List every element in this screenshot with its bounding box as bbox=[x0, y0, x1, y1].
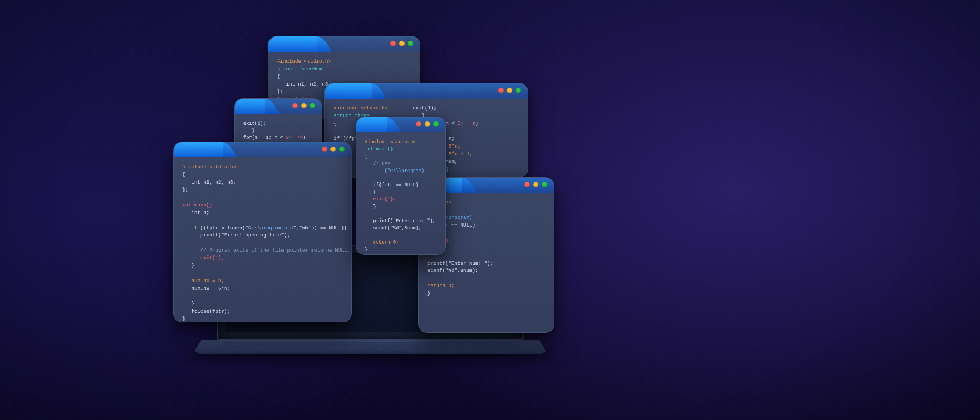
close-icon bbox=[322, 147, 327, 152]
maximize-icon bbox=[542, 182, 547, 187]
traffic-lights bbox=[322, 147, 345, 152]
code-line: } bbox=[365, 247, 367, 253]
minimize-icon bbox=[301, 103, 307, 108]
code-line: #include <stdio.h> bbox=[365, 139, 416, 145]
minimize-icon bbox=[507, 88, 512, 93]
close-icon bbox=[524, 182, 530, 187]
code-line: int main() bbox=[182, 203, 212, 208]
code-line: } bbox=[427, 291, 431, 296]
code-line: { bbox=[334, 121, 337, 126]
minimize-icon bbox=[425, 121, 430, 127]
traffic-lights bbox=[390, 41, 413, 46]
maximize-icon bbox=[516, 88, 521, 93]
code-line: scanf("%d",&num); bbox=[427, 268, 479, 273]
window-tab bbox=[356, 117, 387, 132]
maximize-icon bbox=[310, 103, 315, 108]
code-line: }; bbox=[182, 187, 188, 193]
code-line: { bbox=[277, 74, 280, 80]
code-line: ("C:\\program) bbox=[365, 168, 424, 174]
code-window-front: #include <stdio.h> int main() { // use (… bbox=[356, 117, 446, 255]
code-line: scanf("%d",&num); bbox=[365, 226, 421, 231]
code-line: num.n2 = 5*n; bbox=[182, 286, 230, 291]
traffic-lights bbox=[292, 103, 315, 108]
code-line: exit(1); bbox=[365, 197, 396, 202]
code-line: } bbox=[182, 316, 186, 322]
minimize-icon bbox=[399, 41, 405, 46]
traffic-lights bbox=[524, 182, 547, 187]
window-tab bbox=[268, 36, 317, 52]
code-line: #include <stdio.h> bbox=[277, 59, 331, 64]
code-line: if(fptr == NULL) bbox=[365, 182, 419, 188]
code-line: return 0; bbox=[427, 283, 455, 289]
code-line: int n; bbox=[182, 210, 210, 216]
window-titlebar bbox=[235, 99, 322, 114]
window-titlebar bbox=[325, 83, 528, 99]
window-tab bbox=[325, 83, 372, 99]
code-line: int n1, n2, n3; bbox=[277, 82, 331, 87]
maximize-icon bbox=[433, 121, 439, 127]
window-titlebar bbox=[268, 36, 420, 52]
laptop-keyboard bbox=[218, 342, 522, 351]
code-line: } bbox=[243, 128, 255, 133]
code-block: #include <stdio.h> { int n1, n2, n3; }; … bbox=[174, 159, 351, 331]
traffic-lights bbox=[498, 88, 521, 93]
code-line: for(n = 1; n < 5; ++n) bbox=[243, 135, 305, 141]
code-line: { bbox=[365, 190, 376, 195]
code-line: } bbox=[182, 301, 194, 307]
minimize-icon bbox=[533, 182, 538, 187]
code-line: exit(1); bbox=[413, 106, 437, 111]
window-tab bbox=[174, 142, 223, 157]
maximize-icon bbox=[339, 147, 345, 152]
code-block: #include <stdio.h> int main() { // use (… bbox=[356, 133, 445, 261]
code-line: { bbox=[365, 154, 367, 159]
code-line: exit(1); bbox=[243, 121, 266, 126]
close-icon bbox=[292, 103, 298, 108]
minimize-icon bbox=[330, 147, 336, 152]
code-line: #include <stdio.h> bbox=[182, 165, 236, 170]
code-line: // use bbox=[365, 161, 390, 167]
code-line: } bbox=[365, 204, 376, 210]
code-line: }; bbox=[277, 89, 283, 95]
window-titlebar bbox=[174, 142, 351, 157]
traffic-lights bbox=[416, 121, 439, 127]
code-line: printf("Enter num: "); bbox=[365, 218, 436, 224]
close-icon bbox=[390, 41, 396, 46]
code-line: exit(1); bbox=[182, 255, 224, 261]
code-line: #include <stdio.h> bbox=[334, 106, 388, 111]
code-line: printf("Error! opening file"); bbox=[182, 233, 290, 238]
code-line: fclose(fptr); bbox=[182, 309, 230, 314]
code-window-large-left: #include <stdio.h> { int n1, n2, n3; }; … bbox=[173, 142, 352, 322]
code-line: int main() bbox=[365, 147, 393, 152]
window-tab bbox=[235, 99, 265, 114]
code-line: } bbox=[182, 263, 194, 269]
close-icon bbox=[416, 121, 421, 127]
laptop-base bbox=[193, 340, 548, 354]
code-line: if ((fptr = fopen("C:\\program.bin","wb"… bbox=[182, 226, 347, 231]
code-line: printf("Enter num: "); bbox=[427, 261, 493, 266]
illustration-stage: #include <stdio.h> struct threeNum { int… bbox=[0, 0, 980, 420]
code-line: num.n1 = n; bbox=[182, 278, 224, 284]
window-titlebar bbox=[356, 117, 445, 132]
code-line: return 0; bbox=[365, 240, 399, 245]
maximize-icon bbox=[408, 41, 413, 46]
close-icon bbox=[498, 88, 504, 93]
code-line: int n1, n2, n3; bbox=[182, 180, 236, 185]
code-line: { bbox=[182, 172, 186, 178]
code-line: // Program exits if the file pointer ret… bbox=[182, 248, 350, 253]
code-line: struct threeNum bbox=[277, 66, 322, 72]
